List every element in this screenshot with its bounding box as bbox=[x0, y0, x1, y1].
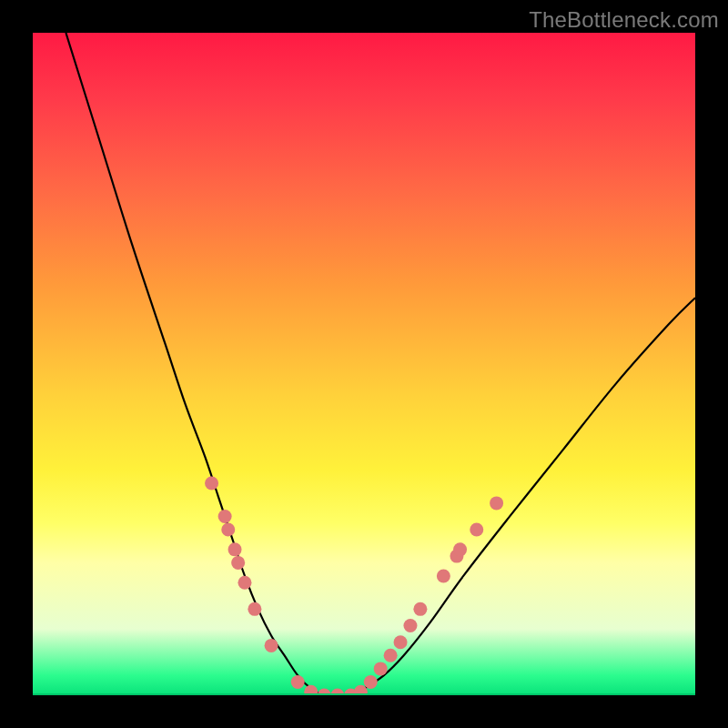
data-point-6 bbox=[248, 602, 261, 616]
curve-right-branch bbox=[338, 298, 695, 695]
data-point-20 bbox=[437, 569, 450, 582]
data-point-17 bbox=[394, 635, 408, 649]
data-point-2 bbox=[221, 523, 235, 537]
data-point-19 bbox=[413, 602, 427, 616]
watermark-text: TheBottleneck.com bbox=[529, 7, 719, 33]
points-group bbox=[205, 477, 503, 695]
data-point-16 bbox=[384, 649, 398, 662]
chart-frame: TheBottleneck.com bbox=[0, 0, 728, 728]
bottom-accent bbox=[33, 693, 695, 695]
data-point-18 bbox=[403, 619, 417, 632]
data-point-23 bbox=[470, 523, 483, 537]
chart-svg bbox=[33, 33, 695, 695]
data-point-0 bbox=[205, 477, 218, 490]
data-point-5 bbox=[238, 576, 251, 590]
curve-group bbox=[66, 33, 695, 695]
data-point-15 bbox=[374, 662, 388, 675]
data-point-22 bbox=[453, 542, 467, 556]
data-point-4 bbox=[231, 556, 245, 570]
plot-area bbox=[33, 33, 695, 695]
data-point-8 bbox=[291, 675, 305, 689]
data-point-14 bbox=[364, 675, 378, 689]
data-point-7 bbox=[265, 639, 278, 652]
data-point-3 bbox=[228, 542, 242, 556]
curve-left-branch bbox=[66, 33, 337, 695]
data-point-1 bbox=[218, 510, 232, 523]
data-point-24 bbox=[490, 496, 503, 510]
